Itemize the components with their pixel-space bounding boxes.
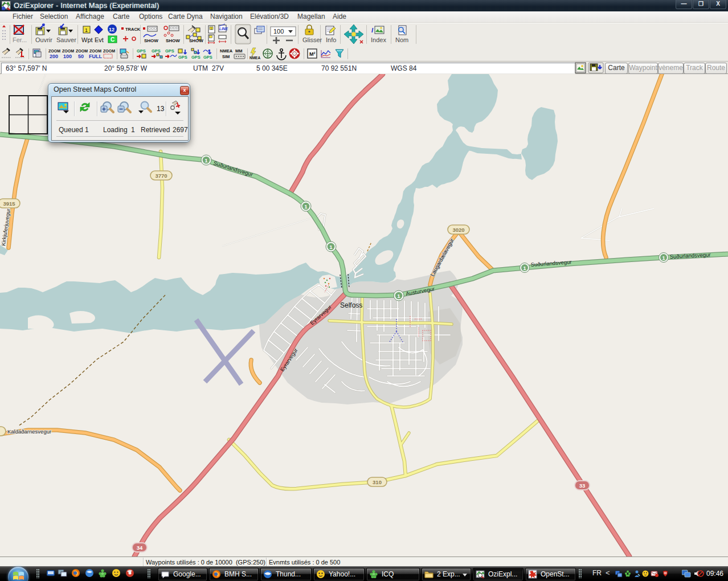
svg-text:LINE: LINE (219, 27, 228, 31)
svg-text:3770: 3770 (155, 173, 167, 179)
svg-text:C: C (111, 36, 114, 43)
svg-text:Queued: Queued (59, 126, 83, 134)
svg-text:Loading: Loading (103, 126, 128, 134)
svg-text:SHOW: SHOW (166, 38, 180, 43)
svg-text:Glisser: Glisser (302, 36, 322, 43)
svg-text:100: 100 (273, 28, 284, 35)
svg-text:1: 1 (397, 293, 400, 299)
svg-text:1: 1 (304, 203, 308, 210)
svg-text:I: I (371, 27, 374, 34)
svg-text:ZOOM: ZOOM (48, 49, 60, 53)
svg-text:GPS: GPS (203, 55, 212, 60)
svg-text:Evt: Evt (95, 36, 104, 43)
svg-text:FULL: FULL (89, 54, 102, 59)
svg-text:GPS: GPS (152, 48, 161, 54)
svg-text:1: 1 (211, 27, 212, 30)
svg-text:1: 1 (205, 157, 208, 163)
svg-text:SHOW: SHOW (144, 38, 158, 43)
svg-text:2697: 2697 (173, 126, 188, 134)
svg-text:1: 1 (85, 126, 89, 134)
svg-text:3020: 3020 (452, 227, 464, 233)
svg-text:12: 12 (109, 27, 114, 32)
svg-text:MM: MM (235, 48, 243, 54)
svg-text:Ouvrir: Ouvrir (35, 36, 52, 43)
svg-text:1: 1 (131, 126, 135, 134)
svg-text:100: 100 (63, 54, 72, 59)
svg-text:310: 310 (373, 479, 382, 485)
svg-text:1: 1 (523, 265, 526, 271)
svg-text:Retrieved: Retrieved (141, 126, 170, 134)
svg-text:Kaldaðarnesvegur: Kaldaðarnesvegur (7, 428, 51, 435)
svg-text:SIM: SIM (222, 54, 230, 59)
svg-text:ZOOM: ZOOM (76, 49, 88, 53)
svg-text:ZOOM: ZOOM (62, 49, 74, 53)
svg-text:33: 33 (579, 482, 586, 489)
svg-text:M²: M² (309, 51, 316, 57)
svg-text:1: 1 (662, 255, 665, 261)
svg-text:1: 1 (85, 27, 88, 33)
svg-text:NMEA: NMEA (250, 56, 260, 60)
svg-text:Wpt: Wpt (81, 36, 93, 43)
svg-text:Info: Info (326, 36, 336, 43)
svg-text:ZOOM: ZOOM (103, 49, 115, 53)
svg-text:GPS: GPS (137, 48, 146, 54)
svg-text:NMEA: NMEA (220, 48, 233, 54)
svg-text:Fer...: Fer... (13, 36, 27, 43)
svg-text:50: 50 (78, 54, 84, 59)
svg-text:SHOW: SHOW (189, 38, 203, 43)
svg-text:200: 200 (50, 54, 58, 59)
svg-text:GPS: GPS (178, 55, 187, 60)
svg-text:TRACK: TRACK (125, 27, 141, 32)
svg-text:GPS: GPS (191, 55, 201, 60)
svg-text:ZOOM: ZOOM (89, 49, 101, 53)
svg-text:GPS: GPS (165, 48, 174, 54)
svg-text:3915: 3915 (3, 201, 15, 207)
svg-text:34: 34 (137, 545, 143, 551)
svg-text:Index: Index (371, 36, 386, 43)
svg-text:1: 1 (329, 244, 333, 250)
svg-text:Selfoss: Selfoss (340, 301, 362, 309)
svg-text:Sauver: Sauver (56, 36, 76, 43)
svg-text:Nom: Nom (395, 36, 408, 43)
svg-text:13: 13 (157, 105, 165, 113)
